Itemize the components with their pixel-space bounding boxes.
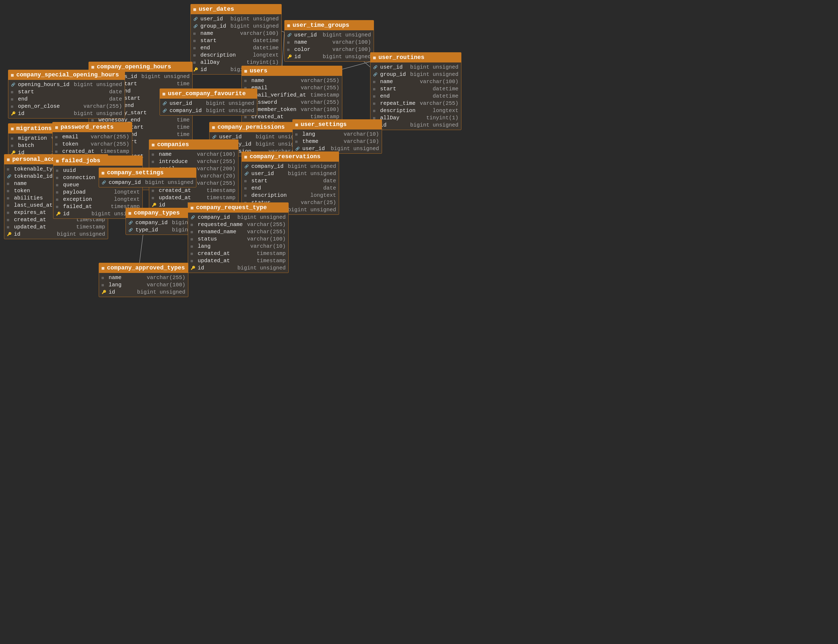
col-name: migration bbox=[18, 135, 47, 141]
col-name: start bbox=[200, 38, 224, 44]
table-row: ▤ end date bbox=[8, 95, 125, 103]
col-icon-field: ▤ bbox=[56, 190, 61, 194]
col-icon-field: ▤ bbox=[102, 283, 107, 287]
table-body-company_settings: 🔗 company_id bigint unsigned bbox=[99, 178, 196, 187]
col-icon-field: ▤ bbox=[244, 186, 250, 191]
table-body-company_approved_types: ▤ name varchar(255) ▤ lang varchar(100) … bbox=[99, 273, 188, 297]
col-icon-field: ▤ bbox=[191, 237, 196, 241]
table-icon: ▦ bbox=[373, 55, 376, 60]
col-icon-field: ▤ bbox=[7, 225, 12, 229]
table-header-company_approved_types: ▦company_approved_types bbox=[99, 263, 188, 273]
col-icon-field: ▤ bbox=[152, 189, 157, 193]
col-name: type_id bbox=[135, 227, 160, 233]
table-company_special_opening_hours[interactable]: ▦company_special_opening_hours 🔗 opening… bbox=[8, 70, 125, 118]
col-name: user_id bbox=[302, 146, 326, 152]
col-icon-field: ▤ bbox=[152, 159, 157, 164]
col-type: longtext bbox=[430, 107, 458, 114]
col-name: end bbox=[380, 93, 404, 99]
table-icon: ▦ bbox=[55, 125, 58, 130]
table-header-user_company_favourite: ▦user_company_favourite bbox=[160, 89, 257, 99]
table-header-user_time_groups: ▦user_time_groups bbox=[285, 20, 374, 30]
col-name: status bbox=[198, 236, 222, 242]
table-row: 🔗 company_id bigint unsigned bbox=[242, 163, 339, 170]
table-header-company_reservations: ▦company_reservations bbox=[242, 152, 339, 162]
col-name: updated_at bbox=[14, 224, 46, 230]
col-name: tokenable_id bbox=[14, 173, 53, 179]
table-row: ▤ token varchar(255) bbox=[53, 140, 132, 148]
col-icon-field: ▤ bbox=[55, 142, 61, 146]
col-type: varchar(100) bbox=[417, 79, 458, 85]
col-icon-field: ▤ bbox=[295, 132, 301, 136]
col-name: id bbox=[294, 54, 318, 60]
col-icon-field: ▤ bbox=[7, 218, 12, 222]
table-row: ▤ created_at timestamp bbox=[149, 187, 238, 194]
col-name: created_at bbox=[159, 187, 191, 194]
table-title: companies bbox=[157, 141, 189, 148]
col-name: end bbox=[251, 185, 275, 191]
table-user_time_groups[interactable]: ▦user_time_groups 🔗 user_id bigint unsig… bbox=[284, 20, 374, 62]
table-password_resets[interactable]: ▦password_resets ▤ email varchar(255) ▤ … bbox=[52, 122, 132, 156]
col-icon-field: ▤ bbox=[244, 193, 250, 197]
col-type: date bbox=[107, 96, 122, 102]
col-type: varchar(100) bbox=[144, 282, 185, 288]
col-type: varchar(255) bbox=[194, 180, 235, 186]
col-icon-field: ▤ bbox=[191, 251, 196, 256]
table-row: ▤ name varchar(100) bbox=[370, 78, 461, 85]
table-row: ▤ start datetime bbox=[191, 37, 282, 44]
table-user_settings[interactable]: ▦user_settings ▤ lang varchar(10) ▤ them… bbox=[292, 119, 382, 154]
col-name: queue bbox=[63, 182, 87, 188]
col-type: bigint unsigned bbox=[71, 110, 122, 117]
col-name: end bbox=[18, 96, 42, 102]
col-icon-field: ▤ bbox=[11, 143, 16, 148]
table-header-company_special_opening_hours: ▦company_special_opening_hours bbox=[8, 70, 125, 80]
table-title: user_company_favourite bbox=[168, 90, 246, 97]
col-name: created_at bbox=[62, 148, 94, 154]
col-name: connection bbox=[63, 174, 95, 181]
table-row: 🔗 company_id bigint unsigned bbox=[188, 214, 288, 221]
col-type: date bbox=[321, 185, 336, 191]
table-row: 🔑 id bigint unsigned bbox=[188, 264, 288, 272]
col-type: timestamp bbox=[308, 114, 339, 120]
table-row: 🔑 id bigint unsigned bbox=[99, 289, 188, 296]
table-row: ▤ email varchar(255) bbox=[53, 133, 132, 140]
col-type: timestamp bbox=[74, 224, 105, 230]
table-row: ▤ repeat_time varchar(255) bbox=[370, 100, 461, 107]
col-name: company_id bbox=[109, 179, 141, 186]
col-name: open_or_close bbox=[18, 103, 60, 109]
table-title: user_time_groups bbox=[293, 22, 349, 29]
table-row: ▤ exception longtext bbox=[53, 196, 142, 203]
table-company_approved_types[interactable]: ▦company_approved_types ▤ name varchar(2… bbox=[99, 263, 188, 297]
col-name: id bbox=[109, 289, 133, 295]
table-title: company_permissions bbox=[217, 124, 285, 131]
table-row: ▤ description longtext bbox=[242, 192, 339, 199]
col-icon-field: ▤ bbox=[11, 136, 16, 140]
table-row: ▤ color varchar(100) bbox=[285, 46, 374, 53]
table-header-user_dates: ▦user_dates bbox=[191, 4, 282, 14]
table-header-user_routines: ▦user_routines bbox=[370, 53, 461, 62]
table-user_dates[interactable]: ▦user_dates 🔗 user_id bigint unsigned 🔗 … bbox=[191, 4, 282, 74]
table-title: user_settings bbox=[301, 121, 347, 128]
col-type: bigint unsigned bbox=[285, 163, 336, 169]
table-title: company_opening_hours bbox=[97, 64, 171, 70]
col-icon-field: ▤ bbox=[373, 87, 379, 91]
table-icon: ▦ bbox=[102, 170, 104, 176]
table-row: ▤ updated_at timestamp bbox=[188, 257, 288, 264]
diagram-canvas: ▦user_dates 🔗 user_id bigint unsigned 🔗 … bbox=[0, 0, 838, 644]
table-row: 🔗 user_id bigint unsigned bbox=[293, 145, 382, 152]
col-name: uuid bbox=[63, 167, 87, 174]
col-icon-fk: 🔗 bbox=[295, 147, 301, 151]
table-company_request_type[interactable]: ▦company_request_type 🔗 company_id bigin… bbox=[188, 202, 289, 273]
table-icon: ▦ bbox=[152, 142, 155, 148]
table-header-companies: ▦companies bbox=[149, 140, 238, 150]
col-type: timestamp bbox=[204, 187, 235, 194]
table-row: ▤ status varchar(100) bbox=[188, 235, 288, 243]
table-row: ▤ description longtext bbox=[191, 51, 282, 59]
table-row: ▤ end date bbox=[242, 184, 339, 192]
table-user_routines[interactable]: ▦user_routines 🔗 user_id bigint unsigned… bbox=[370, 52, 461, 130]
col-type: varchar(255) bbox=[244, 222, 286, 228]
table-company_settings[interactable]: ▦company_settings 🔗 company_id bigint un… bbox=[99, 168, 196, 187]
col-name: updated_at bbox=[198, 258, 230, 264]
col-icon-fk: 🔗 bbox=[244, 164, 250, 169]
table-user_company_favourite[interactable]: ▦user_company_favourite 🔗 user_id bigint… bbox=[160, 89, 257, 115]
col-type: time bbox=[174, 81, 189, 87]
